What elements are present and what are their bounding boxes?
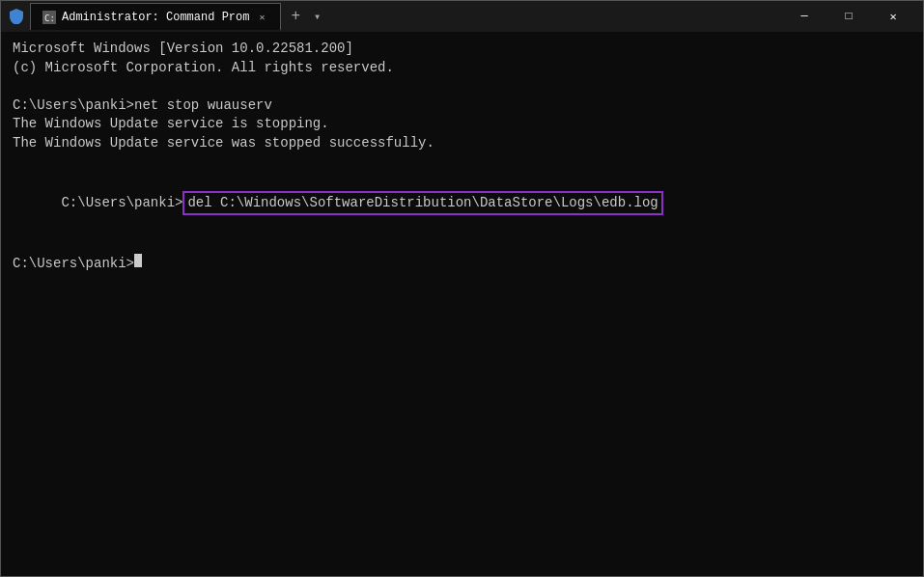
output-line-5: The Windows Update service is stopping. (13, 115, 911, 134)
tab-area: C: Administrator: Command Prom ✕ + ▾ (30, 3, 324, 30)
output-line-9 (13, 234, 911, 254)
prompt-10: C:\Users\panki> (13, 255, 134, 274)
output-line-4: C:\Users\panki>net stop wuauserv (13, 96, 911, 116)
prompt-8: C:\Users\panki> (61, 195, 182, 210)
output-line-7 (13, 153, 911, 173)
output-line-6: The Windows Update service was stopped s… (13, 134, 911, 153)
cursor (134, 254, 142, 267)
svg-text:C:: C: (44, 14, 55, 23)
tab-title: Administrator: Command Prom (62, 11, 249, 24)
output-line-8: C:\Users\panki>del C:\Windows\SoftwareDi… (13, 172, 911, 234)
maximize-button[interactable]: □ (826, 1, 871, 32)
titlebar: C: Administrator: Command Prom ✕ + ▾ — □… (1, 1, 923, 32)
new-tab-button[interactable]: + (283, 3, 308, 30)
window-controls: — □ ✕ (782, 1, 915, 32)
minimize-button[interactable]: — (782, 1, 826, 32)
output-line-2: (c) Microsoft Corporation. All rights re… (13, 59, 911, 78)
close-button[interactable]: ✕ (871, 1, 915, 32)
shield-icon (9, 9, 24, 24)
output-line-10: C:\Users\panki> (13, 254, 911, 274)
active-tab[interactable]: C: Administrator: Command Prom ✕ (30, 3, 281, 30)
tab-close-button[interactable]: ✕ (255, 11, 268, 24)
highlighted-command: del C:\Windows\SoftwareDistribution\Data… (182, 191, 662, 216)
cmd-tab-icon: C: (42, 11, 56, 24)
output-line-3 (13, 77, 911, 96)
console-output[interactable]: Microsoft Windows [Version 10.0.22581.20… (1, 32, 923, 576)
tab-dropdown-button[interactable]: ▾ (310, 10, 324, 24)
titlebar-left: C: Administrator: Command Prom ✕ + ▾ (9, 3, 782, 30)
output-line-1: Microsoft Windows [Version 10.0.22581.20… (13, 40, 911, 59)
cmd-window: C: Administrator: Command Prom ✕ + ▾ — □… (0, 0, 924, 577)
